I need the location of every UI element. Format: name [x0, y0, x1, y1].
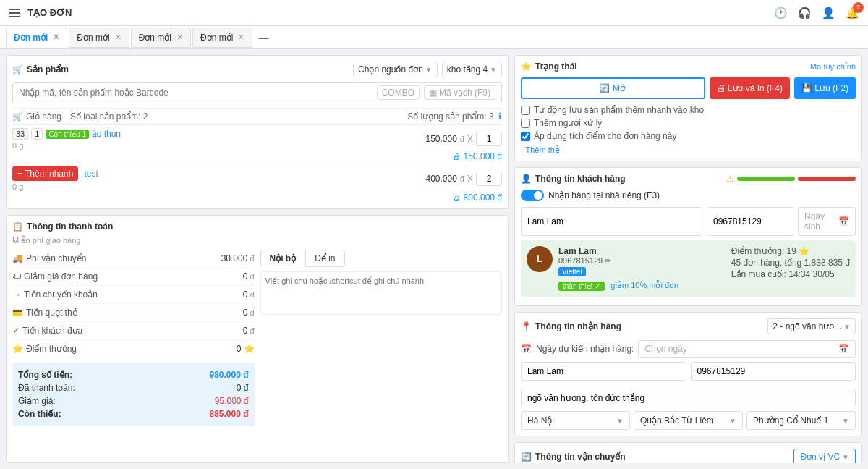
check-icon: ✓ [12, 326, 20, 336]
tab-3-close[interactable]: ✕ [176, 33, 183, 42]
arrow-icon: → [12, 290, 21, 300]
status-header: ⭐ Trạng thái Mã tuỳ chỉnh [521, 62, 856, 72]
points-row: ⭐ Điểm thưởng 0 ⭐ [12, 340, 255, 358]
product-search-bar: COMBO ▦ Mã vạch (F9) [12, 82, 502, 103]
birthday-placeholder: Ngày sinh [804, 211, 838, 232]
discount-summary-label: Giảm giá: [18, 396, 56, 406]
search-tags: COMBO ▦ Mã vạch (F9) [377, 85, 495, 100]
card-label: 💳 Tiền quẹt thẻ [12, 308, 77, 318]
discount-value: 0 đ [243, 271, 255, 282]
chevron-down-icon: ▼ [490, 66, 497, 74]
add-quick-button[interactable]: + Thêm nhanh [12, 166, 78, 181]
combo-tag[interactable]: COMBO [377, 85, 420, 100]
item-1-qty-input[interactable] [476, 132, 502, 146]
ward-select[interactable]: Phường Cổ Nhuế 1 ▼ [746, 411, 856, 430]
clock-icon[interactable]: 🕐 [774, 7, 788, 20]
main-layout: 🛒 Sản phẩm Chọn nguồn đơn ▼ kho tầng 4 ▼ [0, 49, 868, 469]
cart-item-1-row1: 33 1 Còn thiếu 1 áo thun [12, 128, 422, 140]
shipping-header: 🔄 Thông tin vận chuyển Đơn vị VC ▼ [521, 449, 856, 463]
tab-4[interactable]: Đơn mới ✕ [192, 28, 252, 48]
shipping-fee-label: 🚚 Phí vận chuyển [12, 253, 86, 263]
total-label: Tổng số tiền: [18, 370, 72, 380]
points-checkbox[interactable] [521, 132, 530, 141]
delivery-header: 📍 Thông tin nhận hàng 2 - ngõ văn hưo...… [521, 318, 856, 334]
refresh2-icon: 🔄 [521, 452, 532, 462]
custom-code-link[interactable]: Mã tuỳ chỉnh [810, 62, 856, 72]
loyalty-badge: thân thiết ✓ [558, 282, 605, 291]
customer-phone-input[interactable] [707, 207, 793, 236]
delivery-name-input[interactable] [521, 362, 686, 381]
notifications[interactable]: 🔔 2 [846, 7, 859, 20]
cash-value: 0 đ [243, 326, 255, 336]
payment-summary: Tổng số tiền: 980.000 đ Đã thanh toán: 0… [12, 363, 255, 426]
tab-4-close[interactable]: ✕ [238, 33, 244, 42]
item-1-name[interactable]: áo thun [92, 129, 121, 139]
new-label: Mới [613, 83, 627, 93]
paid-value: 0 đ [237, 383, 249, 393]
save-button[interactable]: 💾 Lưu (F2) [794, 77, 856, 99]
cart-divider-1 [12, 164, 502, 164]
birthday-input[interactable]: Ngày sinh 📅 [798, 207, 856, 236]
tab-internal[interactable]: Nội bộ [260, 250, 306, 267]
city-district-ward: Hà Nội ▼ Quận Bắc Từ Liêm ▼ Phường Cổ Nh… [521, 411, 856, 430]
home-delivery-toggle-row: Nhận hàng tại nhà riêng (F3) [521, 190, 856, 201]
status-card: ⭐ Trạng thái Mã tuỳ chỉnh 🔄 Mới 🖨 Lưu và… [514, 55, 862, 161]
cart-item-1: 33 1 Còn thiếu 1 áo thun 0 g 150.000 đ X [12, 128, 502, 150]
item-2-name[interactable]: test [84, 169, 98, 179]
note-textarea[interactable] [260, 271, 503, 315]
card-icon: 💳 [12, 308, 23, 318]
tab-2-close[interactable]: ✕ [115, 33, 122, 42]
new-status-button[interactable]: 🔄 Mới [521, 77, 705, 99]
header: TẠO ĐƠN 🕐 🎧 👤 🔔 2 [0, 0, 868, 26]
barcode-icon: ▦ [429, 88, 437, 98]
product-card: 🛒 Sản phẩm Chọn nguồn đơn ▼ kho tầng 4 ▼ [6, 55, 509, 209]
user-icon[interactable]: 👤 [822, 7, 835, 20]
discount-row: 🏷 Giảm giá đơn hàng 0 đ [12, 268, 255, 286]
source-select[interactable]: Chọn nguồn đơn ▼ [353, 62, 438, 77]
tab-print[interactable]: Để in [305, 250, 344, 267]
date-picker[interactable]: Chọn ngày 📅 [638, 340, 856, 358]
currency-icon: đ [460, 135, 464, 143]
customer-card: 👤 Thông tin khách hàng ⚠ Nhận hàng tại n… [514, 167, 862, 306]
discount-summary-line: Giảm giá: 95.000 đ [18, 394, 249, 407]
city-chevron-icon: ▼ [616, 417, 624, 425]
product-search-input[interactable] [19, 88, 377, 98]
payment-right: Nội bộ Để in [260, 250, 503, 426]
more-tag-link[interactable]: - Thêm thẻ [521, 145, 560, 155]
tab-1-close[interactable]: ✕ [53, 33, 59, 42]
item-1-qty[interactable]: 1 [31, 128, 43, 140]
total-line: Tổng số tiền: 980.000 đ [18, 368, 249, 381]
district-select[interactable]: Quận Bắc Từ Liêm ▼ [634, 411, 743, 430]
expected-date-row: 📅 Ngày dự kiến nhận hàng: Chọn ngày 📅 [521, 340, 856, 358]
points-value: 0 ⭐ [237, 344, 255, 354]
discount-label: 🏷 Giảm giá đơn hàng [12, 271, 98, 282]
tab-1[interactable]: Đơn mới ✕ [6, 28, 67, 48]
tabs-more[interactable]: — [254, 32, 273, 43]
home-delivery-toggle[interactable] [521, 190, 544, 201]
city-select[interactable]: Hà Nội ▼ [521, 411, 630, 430]
cart-header-left: 🛒 Giỏ hàng Số loại sản phẩm: 2 [12, 111, 148, 122]
item-2-qty-input[interactable] [476, 172, 502, 186]
address-select[interactable]: 2 - ngõ văn hưo... ▼ [767, 318, 856, 334]
headset-icon[interactable]: 🎧 [798, 7, 812, 20]
district-chevron-icon: ▼ [729, 417, 736, 425]
auto-save-checkbox[interactable] [521, 106, 530, 115]
print-icon: 🖨 [453, 152, 461, 161]
left-panel: 🛒 Sản phẩm Chọn nguồn đơn ▼ kho tầng 4 ▼ [6, 55, 509, 463]
barcode-tag[interactable]: ▦ Mã vạch (F9) [424, 85, 495, 100]
cart-header: 🛒 Giỏ hàng Số loại sản phẩm: 2 Số lượng … [12, 108, 502, 125]
tab-bar: Đơn mới ✕ Đơn mới ✕ Đơn mới ✕ Đơn mới ✕ … [0, 26, 868, 49]
address-input[interactable] [521, 389, 856, 407]
shipping-fee-row: 🚚 Phí vận chuyển 30.000 đ [12, 250, 255, 268]
transfer-value: 0 đ [243, 290, 255, 300]
delivery-phone-input[interactable] [691, 362, 856, 381]
customer-name-input[interactable] [521, 207, 702, 236]
tab-2[interactable]: Đơn mới ✕ [69, 28, 129, 48]
tab-3[interactable]: Đơn mới ✕ [131, 28, 191, 48]
shipping-unit-button[interactable]: Đơn vị VC ▼ [793, 449, 856, 463]
save-print-button[interactable]: 🖨 Lưu và In (F4) [710, 77, 790, 99]
warehouse-select[interactable]: kho tầng 4 ▼ [442, 62, 502, 77]
item-1-num: 33 [12, 128, 28, 140]
handler-checkbox[interactable] [521, 119, 530, 128]
hamburger-menu[interactable] [9, 9, 20, 17]
